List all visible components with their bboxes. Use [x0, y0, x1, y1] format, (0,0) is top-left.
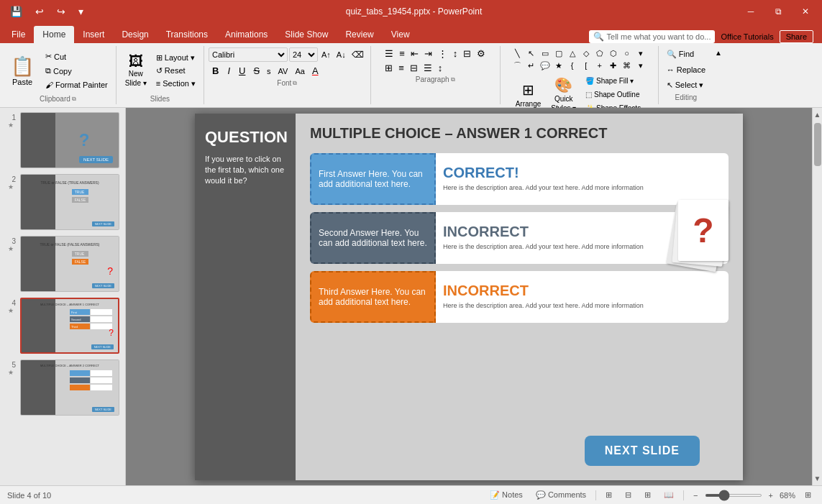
- customize-quickaccess[interactable]: ▾: [74, 4, 88, 19]
- undo-quickaccess[interactable]: ↩: [31, 4, 48, 19]
- tab-file[interactable]: File: [3, 26, 34, 43]
- align-right-button[interactable]: ⊟: [408, 62, 420, 74]
- reset-button[interactable]: ↺ Reset: [152, 65, 199, 77]
- normal-view-button[interactable]: ⊞: [602, 488, 616, 502]
- arrange-button[interactable]: ⊞ Arrange: [511, 78, 546, 111]
- shape-rrect[interactable]: ▢: [552, 47, 565, 59]
- clipboard-launcher[interactable]: ⧉: [72, 96, 76, 103]
- shape-star[interactable]: ★: [552, 60, 565, 71]
- smartart-button[interactable]: ⚙: [475, 47, 488, 60]
- tab-transitions[interactable]: Transitions: [157, 26, 216, 43]
- office-tutorials[interactable]: Office Tutorials: [721, 32, 773, 41]
- align-center-button[interactable]: ≡: [396, 62, 406, 74]
- outline-view-button[interactable]: ⊟: [621, 488, 635, 502]
- shape-line[interactable]: ╲: [511, 47, 524, 59]
- vertical-scrollbar[interactable]: ▲ ▼: [812, 108, 822, 485]
- font-size-select[interactable]: 24: [289, 47, 318, 62]
- underline-button[interactable]: U: [235, 64, 249, 78]
- tab-review[interactable]: Review: [337, 26, 382, 43]
- redo-quickaccess[interactable]: ↪: [52, 4, 70, 19]
- bullets-button[interactable]: ☰: [383, 47, 396, 60]
- tell-me-input[interactable]: 🔍 Tell me what you want to do...: [589, 30, 716, 43]
- minimize-button[interactable]: ─: [740, 4, 762, 19]
- font-color-button[interactable]: A: [309, 65, 321, 77]
- bold-button[interactable]: B: [209, 64, 222, 78]
- shape-oval[interactable]: ○: [621, 47, 634, 59]
- tab-design[interactable]: Design: [113, 26, 157, 43]
- restore-button[interactable]: ⧉: [767, 4, 789, 19]
- shape-bracket[interactable]: [: [580, 60, 593, 71]
- textshadow-button[interactable]: s: [264, 66, 274, 76]
- shape-bend[interactable]: ↵: [525, 60, 538, 71]
- slide-thumb-1[interactable]: 1 ★ ? NEXT SLIDE: [3, 111, 122, 170]
- shape-pent[interactable]: ⬠: [593, 47, 606, 59]
- find-button[interactable]: 🔍 Find: [663, 47, 709, 61]
- slide-thumb-3[interactable]: 3 ★ TRUE or FALSE (FALSE ANSWERS) TRUE F…: [3, 234, 122, 293]
- text-direction-button[interactable]: ↕: [451, 47, 460, 60]
- numbering-button[interactable]: ≡: [397, 47, 407, 60]
- strikethrough-button[interactable]: S: [250, 65, 262, 77]
- format-painter-button[interactable]: 🖌Format Painter: [42, 78, 111, 91]
- zoom-slider[interactable]: [705, 494, 762, 497]
- font-launcher[interactable]: ⧉: [293, 80, 297, 87]
- italic-button[interactable]: I: [224, 64, 234, 78]
- scroll-down-arrow[interactable]: ▼: [813, 473, 822, 484]
- slide-thumb-2[interactable]: 2 ★ TRUE or FALSE (TRUE ANSWERS) TRUE FA…: [3, 173, 122, 232]
- increase-font-button[interactable]: A↑: [319, 50, 333, 60]
- scroll-thumb[interactable]: [814, 123, 821, 166]
- decrease-indent-button[interactable]: ⇤: [408, 47, 421, 60]
- align-text-button[interactable]: ⊟: [461, 47, 473, 60]
- shape-cross[interactable]: ✚: [607, 60, 620, 71]
- align-left-button[interactable]: ⊞: [383, 62, 395, 74]
- tab-slideshow[interactable]: Slide Show: [276, 26, 337, 43]
- shape-outline-button[interactable]: ⬚ Shape Outline: [582, 88, 644, 101]
- notes-button[interactable]: 📝 Notes: [486, 488, 526, 502]
- justify-button[interactable]: ☰: [421, 62, 434, 74]
- decrease-font-button[interactable]: A↓: [334, 50, 348, 60]
- shape-rect[interactable]: ▭: [539, 47, 552, 59]
- scroll-up-arrow[interactable]: ▲: [813, 109, 822, 120]
- shape-tri[interactable]: △: [566, 47, 579, 59]
- select-button[interactable]: ↖ Select ▾: [663, 78, 709, 92]
- section-button[interactable]: ≡ Section ▾: [152, 78, 199, 90]
- ribbon-collapse-button[interactable]: ▲: [713, 46, 723, 104]
- paragraph-launcher[interactable]: ⧉: [451, 76, 455, 83]
- paste-button[interactable]: 📋 Paste: [4, 52, 40, 90]
- change-case-button[interactable]: Aa: [292, 66, 307, 76]
- shape-fill-button[interactable]: 🪣 Shape Fill ▾: [582, 75, 644, 87]
- line-spacing-button[interactable]: ↕: [436, 62, 445, 74]
- answer-row-1[interactable]: First Answer Here. You can add additiona…: [310, 153, 729, 205]
- copy-button[interactable]: ⧉Copy: [42, 64, 111, 78]
- shape-callout[interactable]: 💬: [539, 60, 552, 71]
- shape-arrow[interactable]: ↖: [525, 47, 538, 59]
- text-columns-button[interactable]: ⋮: [436, 47, 449, 60]
- cut-button[interactable]: ✂Cut: [42, 50, 111, 63]
- save-quickaccess[interactable]: 💾: [6, 4, 27, 19]
- increase-indent-button[interactable]: ⇥: [422, 47, 434, 60]
- fit-slide-button[interactable]: ⊞: [801, 488, 815, 502]
- reading-view-button[interactable]: 📖: [660, 488, 677, 502]
- slide-thumb-5[interactable]: 5 ★ MULTIPLE CHOICE – ANSWER 2 CORRECT N…: [3, 358, 122, 417]
- zoom-out-button[interactable]: −: [690, 489, 701, 502]
- char-spacing-button[interactable]: AV: [275, 66, 291, 76]
- tab-home[interactable]: Home: [34, 26, 74, 43]
- shape-brace[interactable]: {: [566, 60, 579, 71]
- shape-hex[interactable]: ⬡: [607, 47, 620, 59]
- tab-view[interactable]: View: [383, 26, 419, 43]
- comments-button[interactable]: 💬 Comments: [532, 488, 590, 502]
- next-slide-button[interactable]: NEXT SLIDE: [585, 436, 700, 466]
- shapes-more2[interactable]: ▾: [634, 60, 647, 71]
- replace-button[interactable]: ↔ Replace: [663, 63, 709, 76]
- zoom-in-button[interactable]: +: [765, 489, 777, 502]
- tab-animations[interactable]: Animations: [216, 26, 276, 43]
- shape-curve[interactable]: ⌒: [511, 60, 524, 71]
- shape-plus[interactable]: +: [593, 60, 606, 71]
- slide-sorter-button[interactable]: ⊞: [641, 488, 654, 502]
- clear-format-button[interactable]: ⌫: [350, 49, 366, 60]
- new-slide-button[interactable]: 🖼 New Slide ▾: [121, 51, 151, 90]
- layout-button[interactable]: ⊞ Layout ▾: [152, 52, 199, 64]
- shape-diamond[interactable]: ◇: [580, 47, 593, 59]
- font-name-select[interactable]: Calibri: [209, 47, 288, 62]
- shapes-more[interactable]: ▾: [634, 47, 647, 59]
- slide-thumb-4[interactable]: 4 ★ MULTIPLE CHOICE – ANSWER 1 CORRECT F…: [3, 296, 122, 355]
